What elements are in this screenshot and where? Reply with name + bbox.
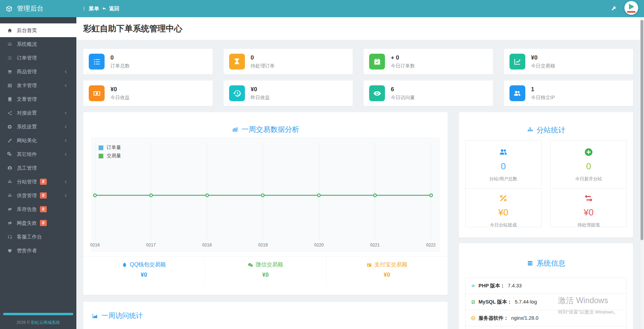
- legend-swatch: [99, 154, 103, 158]
- payment-label-text: 微信交易额: [256, 261, 283, 268]
- eye-icon: [373, 89, 382, 98]
- sidebar-item-label: 员工管理: [17, 165, 37, 171]
- sidebar-item[interactable]: 供货管理0: [0, 189, 76, 202]
- list-icon: [7, 55, 13, 61]
- chevron-left-icon: [62, 110, 68, 116]
- payment-total-value: ¥0: [384, 272, 390, 278]
- plus-circle-icon: [551, 147, 626, 158]
- chevron-left-icon: [62, 152, 68, 157]
- th-icon: [7, 83, 13, 88]
- wrench-icon: [611, 6, 616, 11]
- substation-cell: ¥0待处理提现: [550, 188, 627, 227]
- menu-button[interactable]: 菜单: [82, 0, 99, 17]
- stat-card-text: ¥0昨日收益: [251, 86, 270, 101]
- sidebar-item-label: 对接设置: [17, 110, 37, 116]
- x-axis-tick-label: 0219: [258, 243, 268, 247]
- weekly-transactions-panel: 一周交易数据分析 订单量交易量 021602170218021902200221…: [83, 112, 448, 295]
- plus-circle-icon: [584, 147, 593, 158]
- list-ol-icon: [89, 54, 105, 70]
- system-info-label: MySQL 版本：: [479, 299, 512, 305]
- sidebar-item-label: 发卡管理: [17, 82, 37, 89]
- sidebar-item-label: 分站管理: [17, 179, 37, 185]
- gridline: [263, 142, 263, 240]
- legend-label: 订单量: [107, 145, 121, 151]
- line-chart-plot: 订单量交易量 0216021702180219022002210222: [92, 138, 439, 252]
- system-info-row: 服务器软件：nginx/1.28.0: [465, 310, 626, 326]
- x-axis-tick-label: 0222: [426, 243, 436, 247]
- sitemap-icon: [7, 193, 13, 198]
- user-circle-icon: [7, 166, 13, 171]
- data-point-marker: [317, 193, 321, 197]
- sidebar-item[interactable]: 员工管理: [0, 161, 76, 175]
- sidebar-item[interactable]: 客服工作台: [0, 230, 76, 244]
- substation-cell: 0分站/用户总数: [465, 140, 541, 189]
- tools-wrench-button[interactable]: [611, 0, 616, 17]
- sidebar-item[interactable]: 商品管理: [0, 65, 76, 78]
- payment-total-value: ¥0: [262, 272, 269, 278]
- sidebar-item[interactable]: 分站管理0: [0, 175, 76, 189]
- gears-icon: [7, 152, 13, 157]
- chevron-left-icon: [62, 83, 68, 88]
- stat-card-text: 6今日访问量: [391, 86, 415, 101]
- chevron-left-icon: [62, 179, 68, 184]
- sidebar-footer: 2026 © 彩虹云商城系统: [0, 313, 76, 326]
- home-icon: [7, 28, 13, 33]
- stat-card-text: ¥0今日交易额: [531, 54, 555, 69]
- system-info-title: 系统信息: [459, 243, 633, 268]
- sidebar-item[interactable]: 对接设置: [0, 106, 76, 120]
- stat-card: 0订单总数: [83, 49, 213, 74]
- history-icon: [229, 85, 245, 101]
- stat-label: 订单总数: [110, 63, 130, 69]
- stat-card: + 0今日订单数: [364, 49, 493, 74]
- book-icon: [7, 97, 13, 102]
- back-button[interactable]: 返回: [102, 0, 119, 17]
- payment-total-label: QQ钱包交易额: [122, 261, 166, 268]
- sidebar-item[interactable]: 赞赏作者: [0, 244, 76, 257]
- system-info-value: 5.7.44-log: [515, 299, 537, 305]
- legend-item[interactable]: 订单量: [99, 144, 121, 152]
- gridline: [95, 142, 95, 240]
- favicon-caption-blur: [627, 11, 635, 13]
- gridline: [431, 142, 431, 240]
- sidebar-item[interactable]: 订单管理: [0, 51, 76, 65]
- sidebar-item[interactable]: 系统概况: [0, 37, 76, 51]
- sidebar-item[interactable]: 网站美化: [0, 134, 76, 147]
- system-info-label: 服务器软件：: [479, 315, 508, 321]
- scrollbar-thumb[interactable]: [641, 20, 643, 240]
- legend-item[interactable]: 交易量: [99, 152, 121, 160]
- system-info-row: MySQL 版本：5.7.44-log: [465, 294, 626, 310]
- sidebar-item[interactable]: 文章管理: [0, 92, 76, 106]
- headset-icon: [7, 234, 13, 240]
- substation-grid: 0分站/用户总数0今日新开分站¥0今日分站提成¥0待处理提现: [465, 140, 627, 227]
- sidebar-item[interactable]: 库存告急0: [0, 202, 76, 216]
- sidebar-item[interactable]: 网盘失效0: [0, 216, 76, 230]
- brand-link[interactable]: 彩虹云商城系统: [31, 320, 60, 325]
- back-button-label: 返回: [109, 6, 119, 12]
- sidebar-item[interactable]: 系统设置: [0, 120, 76, 134]
- cube-logo-icon: [6, 5, 13, 12]
- system-info-label: PHP 版本：: [479, 283, 505, 289]
- payment-total-item: 微信交易额¥0: [204, 257, 326, 285]
- page-title: 彩虹自助下单系统管理中心: [76, 17, 644, 40]
- gauge-icon: [7, 42, 13, 47]
- brush-icon: [7, 138, 13, 143]
- globe-icon: [471, 316, 476, 321]
- site-favicon[interactable]: [624, 1, 638, 15]
- sidebar-item-label: 商品管理: [17, 68, 37, 75]
- bullhorn-icon: [7, 221, 13, 226]
- chevron-left-icon: [62, 124, 68, 129]
- app-brand[interactable]: 管理后台: [6, 0, 44, 17]
- eye-icon: [369, 85, 385, 101]
- stat-card-text: ¥0今日收益: [110, 86, 130, 101]
- share-icon: [7, 110, 13, 116]
- page-header: 彩虹自助下单系统管理中心: [76, 17, 644, 40]
- code-icon: [471, 283, 476, 288]
- gridline: [151, 142, 151, 240]
- sidebar-item[interactable]: 发卡管理: [0, 78, 76, 92]
- sidebar-item[interactable]: 其它组件: [0, 147, 76, 161]
- users-icon: [513, 89, 522, 98]
- sidebar-item[interactable]: 后台首页: [0, 23, 76, 37]
- count-badge: 0: [40, 206, 47, 212]
- stat-value: ¥0: [531, 54, 555, 61]
- chevron-left-icon: [62, 138, 68, 143]
